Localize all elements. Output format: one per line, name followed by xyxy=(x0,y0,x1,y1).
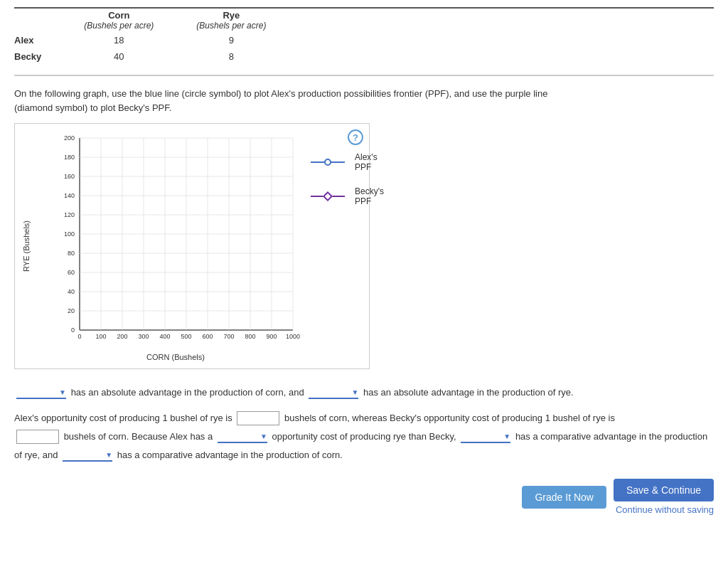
data-table: Corn (Bushels per acre) Rye (Bushels per… xyxy=(14,7,714,76)
svg-text:800: 800 xyxy=(245,333,255,340)
save-continue-button[interactable]: Save & Continue xyxy=(614,479,714,501)
svg-text:300: 300 xyxy=(138,333,149,340)
sentence2-text6: has a comparative advantage in the produ… xyxy=(117,450,343,460)
sentence2-text2: bushels of corn, whereas Becky's opportu… xyxy=(284,413,615,423)
sentence2-text4: opportunity cost of producing rye than B… xyxy=(272,431,456,442)
svg-text:120: 120 xyxy=(64,211,75,218)
alex-legend-line xyxy=(311,159,345,166)
svg-text:0: 0 xyxy=(77,333,81,340)
dropdown2-select[interactable]: Alex Becky xyxy=(310,387,356,398)
opp-cost-alex-input[interactable] xyxy=(237,411,279,425)
sentence2-text1: Alex's opportunity cost of producing 1 b… xyxy=(14,413,232,423)
svg-text:180: 180 xyxy=(64,154,75,161)
alex-legend-item: Alex's PPF xyxy=(311,152,384,172)
svg-text:500: 500 xyxy=(181,333,191,340)
sentence1-mid1: has an absolute advantage in the product… xyxy=(71,387,304,398)
svg-text:40: 40 xyxy=(68,288,75,295)
dropdown2-container[interactable]: Alex Becky ▼ xyxy=(309,387,358,399)
legend-area: Alex's PPF Becky's PPF xyxy=(311,152,384,221)
svg-text:400: 400 xyxy=(159,333,170,340)
sentence2-text3: bushels of corn. Because Alex has a xyxy=(64,431,213,442)
grade-button[interactable]: Grade It Now xyxy=(522,486,606,509)
chart-grid: 0 20 40 60 80 100 120 140 xyxy=(55,131,296,351)
svg-text:600: 600 xyxy=(202,333,213,340)
becky-ppf-label: Becky's PPF xyxy=(355,186,384,206)
instruction-text: On the following graph, use the blue lin… xyxy=(14,87,583,115)
table-row: Alex 18 9 xyxy=(14,32,287,48)
becky-corn: 40 xyxy=(63,48,175,65)
y-axis-label: RYE (Bushels) xyxy=(22,221,31,272)
dropdown1-container[interactable]: Alex Becky ▼ xyxy=(16,387,66,399)
col-corn-header: Corn (Bushels per acre) xyxy=(63,9,175,32)
svg-text:60: 60 xyxy=(68,269,75,276)
continue-without-saving-link[interactable]: Continue without saving xyxy=(616,504,714,515)
save-group: Save & Continue Continue without saving xyxy=(614,479,714,515)
row-name-becky: Becky xyxy=(14,48,63,65)
alex-rye: 9 xyxy=(175,32,287,48)
chart-inner: 0 20 40 60 80 100 120 140 xyxy=(33,131,296,361)
col-rye-header: Rye (Bushels per acre) xyxy=(175,9,287,32)
dropdown4-select[interactable]: Alex Becky xyxy=(462,431,508,442)
help-button[interactable]: ? xyxy=(348,129,363,145)
svg-text:140: 140 xyxy=(64,192,75,199)
dropdown3-select[interactable]: lower higher xyxy=(219,431,265,442)
dropdown5-select[interactable]: Alex Becky xyxy=(64,450,110,460)
dropdown5-container[interactable]: Alex Becky ▼ xyxy=(63,450,112,462)
svg-text:20: 20 xyxy=(68,307,75,314)
svg-text:900: 900 xyxy=(266,333,277,340)
chart-area: RYE (Bushels) 0 20 40 xyxy=(22,131,362,361)
dropdown4-container[interactable]: Alex Becky ▼ xyxy=(461,431,510,443)
chart-svg: 0 20 40 60 80 100 120 140 xyxy=(55,131,296,351)
svg-text:700: 700 xyxy=(223,333,234,340)
svg-text:100: 100 xyxy=(95,333,106,340)
sentence2-block: Alex's opportunity cost of producing 1 b… xyxy=(14,409,714,464)
svg-text:100: 100 xyxy=(64,230,75,238)
svg-text:0: 0 xyxy=(71,326,75,334)
sentence1-mid2: has an absolute advantage in the product… xyxy=(363,387,574,398)
alex-ppf-label: Alex's PPF xyxy=(355,152,384,172)
becky-legend-line xyxy=(311,193,345,200)
becky-legend-item: Becky's PPF xyxy=(311,186,384,206)
svg-text:200: 200 xyxy=(117,333,127,340)
table-row: Becky 40 8 xyxy=(14,48,287,65)
dropdown3-container[interactable]: lower higher ▼ xyxy=(218,431,267,443)
buttons-row: Grade It Now Save & Continue Continue wi… xyxy=(14,479,714,515)
becky-rye: 8 xyxy=(175,48,287,65)
graph-container: ? RYE (Bushels) 0 20 xyxy=(14,123,370,369)
svg-text:1000: 1000 xyxy=(286,333,300,340)
alex-corn: 18 xyxy=(63,32,175,48)
svg-text:160: 160 xyxy=(64,173,75,180)
row-name-alex: Alex xyxy=(14,32,63,48)
opp-cost-becky-input[interactable] xyxy=(16,430,59,444)
x-axis-label: CORN (Bushels) xyxy=(55,353,296,361)
svg-text:200: 200 xyxy=(64,134,75,142)
sentence1-block: Alex Becky ▼ has an absolute advantage i… xyxy=(14,383,714,402)
dropdown1-select[interactable]: Alex Becky xyxy=(18,387,64,398)
svg-text:80: 80 xyxy=(68,250,75,257)
